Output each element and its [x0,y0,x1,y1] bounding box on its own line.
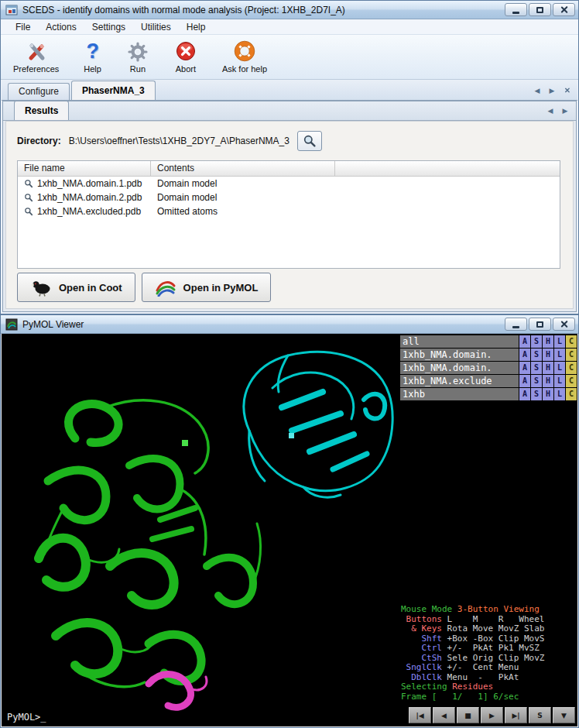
object-row: 1xhb_NMA.exclude A S H L C [400,375,577,387]
help-button[interactable]: ? Help [79,38,106,74]
show-menu-button[interactable]: S [531,362,542,374]
menu-bar: File Actions Settings Utilities Help [1,19,578,35]
open-in-pymol-button[interactable]: Open in PyMOL [142,273,272,302]
show-menu-button[interactable]: S [531,349,542,361]
gear-icon [126,39,149,64]
object-name-all[interactable]: all [400,335,519,348]
label-menu-button[interactable]: L [554,362,565,374]
show-menu-button[interactable]: S [531,375,542,387]
object-panel: all A S H L C 1xhb_NMA.domain. A S H L C… [400,335,577,400]
label-menu-button[interactable]: L [554,349,565,361]
tab-scroll-right-button[interactable]: ▶ [546,84,558,96]
maximize-button[interactable] [529,318,551,331]
hide-menu-button[interactable]: H [543,362,553,374]
color-menu-button[interactable]: C [566,388,577,400]
menu-file[interactable]: File [9,20,37,34]
table-row[interactable]: 1xhb_NMA.domain.1.pdb Domain model [18,177,560,191]
action-menu-button[interactable]: A [519,335,530,348]
pymol-3d-viewport[interactable] [2,334,403,726]
help-icon: ? [86,39,99,64]
close-icon [560,5,568,14]
results-scroll-left-button[interactable]: ◀ [544,105,557,116]
label-menu-button[interactable]: L [554,335,565,348]
object-name-domain-2[interactable]: 1xhb_NMA.domain. [400,362,519,374]
magnifier-icon [303,134,317,148]
tab-label: PhaserNMA_3 [82,85,145,96]
menu-dropdown-button[interactable]: ▼ [553,707,575,723]
minimize-button[interactable] [505,3,527,16]
object-name-excluded[interactable]: 1xhb_NMA.exclude [400,375,519,387]
object-row: 1xhb A S H L C [400,388,577,400]
play-button[interactable]: ▶ [481,707,503,723]
tab-label: Results [25,105,58,116]
menu-utilities[interactable]: Utilities [134,20,178,34]
action-menu-button[interactable]: A [519,388,530,400]
close-icon [564,88,570,94]
close-button[interactable] [553,318,575,331]
file-name: 1xhb_NMA.excluded.pdb [37,206,141,217]
ask-for-help-button[interactable]: Ask for help [218,38,272,74]
table-row[interactable]: 1xhb_NMA.excluded.pdb Omitted atoms [18,204,560,218]
tab-label: Configure [19,86,59,97]
sceds-titlebar[interactable]: SCEDS - identify domains with normal mod… [1,1,578,19]
stop-button[interactable]: ■ [457,707,479,723]
action-menu-button[interactable]: A [519,362,530,374]
action-menu-button[interactable]: A [519,375,530,387]
file-contents: Domain model [151,192,335,203]
object-name-domain-1[interactable]: 1xhb_NMA.domain. [400,349,519,361]
tab-results[interactable]: Results [14,101,69,120]
action-menu-button[interactable]: A [519,349,530,361]
scene-button[interactable]: S [529,707,551,723]
hide-menu-button[interactable]: H [543,388,553,400]
browse-directory-button[interactable] [297,131,322,151]
pymol-titlebar[interactable]: PyMOL Viewer [1,315,578,334]
object-row: all A S H L C [400,335,577,348]
tab-phasernma-3[interactable]: PhaserNMA_3 [71,81,156,100]
menu-actions[interactable]: Actions [39,20,83,34]
label-menu-button[interactable]: L [554,375,565,387]
mouse-mode-panel: Mouse Mode 3-Button Viewing Buttons L M … [401,605,575,702]
color-menu-button[interactable]: C [566,349,577,361]
color-menu-button[interactable]: C [566,335,577,348]
show-menu-button[interactable]: S [531,335,542,348]
color-menu-button[interactable]: C [566,362,577,374]
action-button-row: Open in Coot Open in PyMOL [17,273,271,302]
label-menu-button[interactable]: L [554,388,565,400]
column-header-contents[interactable]: Contents [151,161,335,176]
open-in-coot-button[interactable]: Open in Coot [17,273,135,302]
close-button[interactable] [553,3,575,16]
abort-icon [174,39,197,64]
menu-settings[interactable]: Settings [85,20,132,34]
menu-help[interactable]: Help [180,20,213,34]
go-to-start-button[interactable]: |◀ [409,707,431,723]
window-title: SCEDS - identify domains with normal mod… [22,5,505,15]
color-menu-button[interactable]: C [566,375,577,387]
object-name-1xhb[interactable]: 1xhb [400,388,519,400]
tab-configure[interactable]: Configure [8,83,70,100]
column-header-file-name[interactable]: File name [18,161,151,176]
go-to-end-button[interactable]: ▶| [505,707,527,723]
abort-button[interactable]: Abort [170,38,202,74]
tab-close-button[interactable] [560,84,573,96]
file-name: 1xhb_NMA.domain.2.pdb [37,192,142,203]
hide-menu-button[interactable]: H [543,375,553,387]
pymol-viewer-window: PyMOL Viewer [0,314,579,728]
table-row[interactable]: 1xhb_NMA.domain.2.pdb Domain model [18,191,560,204]
run-button[interactable]: Run [122,38,154,74]
maximize-button[interactable] [529,3,551,16]
pymol-app-icon [5,318,18,331]
minimize-icon [512,326,519,328]
pymol-command-prompt[interactable]: PyMOL>_ [7,712,46,723]
results-panel: Directory: B:\Users\oeffner\Tests\1XHB_2… [5,121,574,309]
hide-menu-button[interactable]: H [543,335,553,348]
results-scroll-right-button[interactable]: ▶ [559,105,571,116]
minimize-button[interactable] [505,318,527,331]
preferences-button[interactable]: Preferences [9,38,63,74]
show-menu-button[interactable]: S [531,388,542,400]
tab-scroll-left-button[interactable]: ◀ [531,84,543,96]
magnifier-icon [24,207,33,216]
hide-menu-button[interactable]: H [543,349,553,361]
button-label: Open in Coot [59,282,122,294]
step-back-button[interactable]: ◀ [433,707,455,723]
phasernma-frame: Results ◀ ▶ Directory: B:\Users\oeffner\… [2,101,577,312]
